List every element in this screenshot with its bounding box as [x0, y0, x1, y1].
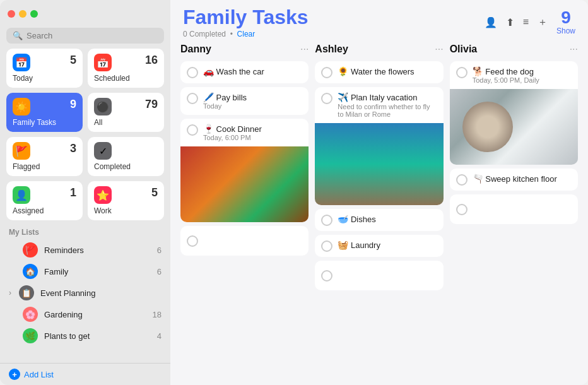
task-circle-d3[interactable] [187, 124, 198, 136]
task-content-d2: 🖊️ Pay bills Today [203, 92, 302, 110]
task-title-d1: 🚗 Wash the car [203, 66, 302, 76]
search-bar[interactable]: 🔍 [6, 28, 164, 44]
task-content-o1: 🐕 Feed the dog Today, 5:00 PM, Daily [473, 66, 572, 84]
show-button[interactable]: Show [556, 27, 575, 35]
smart-list-flagged[interactable]: 🚩 3 Flagged [6, 137, 83, 176]
sl-icon-family-tasks: ☀️ [13, 98, 30, 116]
col-tasks-olivia: 🐕 Feed the dog Today, 5:00 PM, Daily 🫗 S… [450, 61, 578, 224]
page-subtitle: 0 Completed • Clear [183, 30, 309, 38]
task-a1[interactable]: 🌻 Water the flowers [315, 61, 443, 83]
search-input[interactable] [26, 31, 158, 40]
task-circle-a4[interactable] [321, 240, 332, 252]
task-content-o2: 🫗 Sweep kitchen floor [473, 174, 572, 184]
sl-count-work: 5 [151, 186, 158, 199]
list-count-family: 6 [157, 267, 162, 276]
sl-icon-assigned: 👤 [13, 186, 30, 204]
task-d3[interactable]: 🍷 Cook Dinner Today, 6:00 PM [180, 119, 309, 222]
minimize-button[interactable] [19, 10, 26, 18]
person-icon[interactable]: 👤 [485, 16, 497, 28]
smart-list-family-tasks[interactable]: ☀️ 9 Family Tasks [6, 93, 83, 132]
list-item-gardening[interactable]: 🌸 Gardening 18 [0, 304, 170, 325]
column-header-olivia: Olivia ··· [450, 44, 578, 55]
sl-count-scheduled: 16 [145, 54, 158, 67]
task-title-a3: 🥣 Dishes [338, 214, 437, 224]
task-circle-o2[interactable] [456, 174, 467, 186]
maximize-button[interactable] [30, 10, 38, 18]
empty-circle-danny [187, 235, 198, 247]
sl-icon-scheduled: 📅 [94, 54, 112, 71]
task-content-a1: 🌻 Water the flowers [338, 66, 437, 76]
column-header-danny: Danny ··· [180, 44, 309, 55]
smart-list-work[interactable]: ⭐ 5 Work [88, 181, 164, 220]
smart-list-scheduled[interactable]: 📅 16 Scheduled [88, 49, 164, 88]
completed-count: 0 Completed [183, 30, 226, 38]
my-lists-header: My Lists [0, 225, 170, 239]
column-more-ashley[interactable]: ··· [435, 44, 443, 55]
list-label-family: Family [44, 267, 151, 276]
task-title-d3: 🍷 Cook Dinner [203, 124, 302, 134]
task-title-d2: 🖊️ Pay bills [203, 92, 302, 102]
task-title-o1: 🐕 Feed the dog [473, 66, 572, 76]
task-circle-a3[interactable] [321, 215, 332, 226]
list-options-icon[interactable]: ≡ [523, 16, 529, 28]
sl-icon-work: ⭐ [94, 186, 112, 204]
sl-name-flagged: Flagged [13, 162, 76, 171]
task-image-d3 [180, 146, 309, 222]
column-danny: Danny ··· 🚗 Wash the car [180, 44, 309, 379]
task-content-a2: ✈️ Plan Italy vacation Need to confirm w… [338, 92, 437, 118]
task-o2[interactable]: 🫗 Sweep kitchen floor [450, 169, 578, 191]
task-count: 9 [561, 9, 571, 27]
close-button[interactable] [8, 10, 15, 18]
empty-task-danny[interactable] [180, 226, 309, 256]
sl-count-flagged: 3 [70, 142, 76, 155]
sl-count-all: 79 [145, 98, 158, 111]
column-more-danny[interactable]: ··· [300, 44, 309, 55]
page-title: Family Tasks [183, 6, 309, 28]
empty-circle-ashley [321, 270, 332, 281]
list-icon-event-planning: 📋 [19, 285, 34, 300]
add-list-button[interactable]: + Add List [0, 363, 170, 385]
task-circle-o1[interactable] [456, 67, 467, 78]
smart-list-today[interactable]: 📅 5 Today [6, 49, 83, 88]
list-item-reminders[interactable]: 🚩 Reminders 6 [0, 239, 170, 261]
sidebar: 🔍 📅 5 Today 📅 16 Scheduled ☀️ 9 Family T… [0, 0, 170, 385]
sl-count-assigned: 1 [70, 186, 76, 199]
list-icon-gardening: 🌸 [23, 307, 38, 322]
smart-list-all[interactable]: ⚫ 79 All [88, 93, 164, 132]
smart-list-completed[interactable]: ✓ Completed [88, 137, 164, 176]
column-more-olivia[interactable]: ··· [570, 44, 578, 55]
empty-task-ashley[interactable] [315, 261, 443, 290]
share-icon[interactable]: ⬆ [506, 16, 514, 28]
sl-count-family-tasks: 9 [70, 98, 76, 111]
add-list-plus-icon: + [9, 369, 20, 380]
clear-link[interactable]: Clear [237, 30, 256, 38]
main-header: Family Tasks 0 Completed • Clear 👤 ⬆ ≡ ＋… [170, 0, 588, 44]
task-circle-d2[interactable] [187, 93, 198, 104]
list-item-event-planning[interactable]: › 📋 Event Planning [0, 282, 170, 304]
sl-count-today: 5 [70, 54, 76, 67]
sl-name-work: Work [94, 206, 158, 215]
task-subtitle-d3: Today, 6:00 PM [203, 134, 302, 141]
add-task-icon[interactable]: ＋ [538, 16, 548, 29]
list-count-plants-to-get: 4 [157, 331, 162, 341]
task-o1[interactable]: 🐕 Feed the dog Today, 5:00 PM, Daily [450, 61, 578, 165]
list-label-event-planning: Event Planning [40, 288, 162, 298]
task-content-d3: 🍷 Cook Dinner Today, 6:00 PM [203, 124, 302, 141]
task-a4[interactable]: 🧺 Laundry [315, 235, 443, 257]
list-item-family[interactable]: 🏠 Family 6 [0, 261, 170, 282]
empty-task-olivia[interactable] [450, 194, 578, 224]
task-a2[interactable]: ✈️ Plan Italy vacation Need to confirm w… [315, 87, 443, 205]
col-tasks-ashley: 🌻 Water the flowers ✈️ Plan Italy vacati… [315, 61, 443, 290]
task-a3[interactable]: 🥣 Dishes [315, 209, 443, 231]
list-item-plants-to-get[interactable]: 🌿 Plants to get 4 [0, 325, 170, 346]
list-label-reminders: Reminders [44, 246, 151, 255]
sl-name-today: Today [13, 74, 76, 83]
task-circle-a2[interactable] [321, 93, 332, 104]
task-content-a4: 🧺 Laundry [338, 240, 437, 250]
task-circle-d1[interactable] [187, 67, 198, 78]
smart-list-assigned[interactable]: 👤 1 Assigned [6, 181, 83, 220]
task-d1[interactable]: 🚗 Wash the car [180, 61, 309, 83]
task-circle-a1[interactable] [321, 67, 332, 78]
task-d2[interactable]: 🖊️ Pay bills Today [180, 87, 309, 115]
column-olivia: Olivia ··· 🐕 Feed the dog Today, 5:00 PM… [450, 44, 578, 379]
